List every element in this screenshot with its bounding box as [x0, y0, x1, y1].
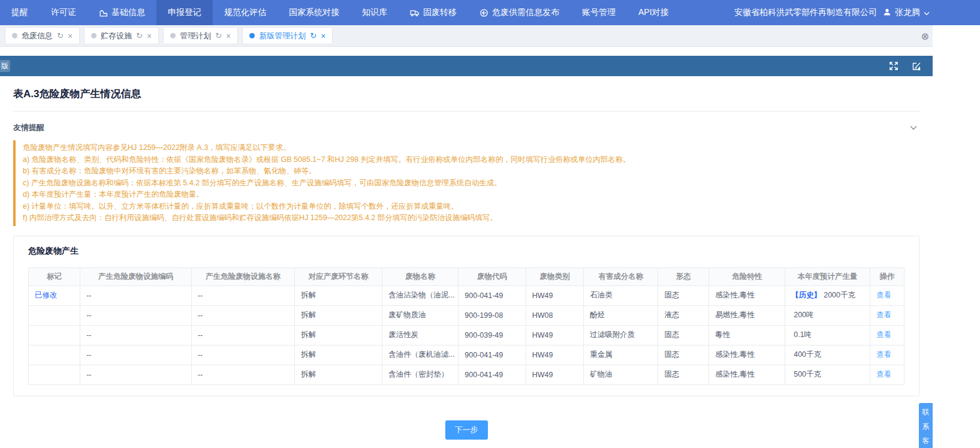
- cell-form: 固态: [658, 325, 709, 345]
- tab-storage-facility[interactable]: 贮存设施 ↻ ×: [84, 27, 159, 44]
- nav-item-label: 提醒: [11, 7, 28, 18]
- tab-new-management-plan[interactable]: 新版管理计划 ↻ ×: [242, 27, 333, 44]
- nav-item-api[interactable]: API对接: [627, 0, 680, 25]
- fullscreen-icon[interactable]: [888, 61, 899, 71]
- cell-qty: 2000千克: [824, 291, 855, 299]
- notice-line: f) 内部治理方式及去向：自行利用设施编码、自行处置设施编码和贮存设施编码依据H…: [23, 212, 919, 224]
- cell-form: 固态: [658, 345, 709, 365]
- nav-item-national-system[interactable]: 国家系统对接: [278, 0, 351, 25]
- nav-items: 提醒 许可证 基础信息 申报登记 规范化评估 国家系统对接 知识库 固废转移 危…: [0, 0, 734, 25]
- cell-hazard: 感染性,毒性: [709, 365, 785, 384]
- col-header: 废物类别: [526, 267, 583, 285]
- nav-item-label: 固废转移: [423, 7, 457, 18]
- reminder-header[interactable]: 友情提醒: [13, 112, 919, 140]
- cell-waste-category: HW49: [526, 285, 583, 305]
- table-row: -- -- 拆解 废矿物质油 900-199-08 HW08 酚烃 液态 易燃性…: [29, 305, 904, 325]
- tab-status-dot: [12, 33, 17, 38]
- view-link[interactable]: 查看: [876, 291, 891, 299]
- close-icon[interactable]: ×: [321, 32, 325, 40]
- table-row: -- -- 拆解 含油件（废机油滤... 900-041-49 HW49 重金属…: [29, 345, 904, 365]
- close-icon[interactable]: ×: [226, 32, 231, 40]
- close-icon[interactable]: ×: [68, 32, 73, 40]
- nav-item-label: 账号管理: [582, 7, 616, 18]
- notice-line: e) 计量单位：填写吨。以升、立方米等体积计量的，应折算成重量吨；以个数作为计量…: [23, 201, 919, 213]
- nav-item-license[interactable]: 许可证: [40, 0, 88, 25]
- cell-facility-name: --: [191, 325, 294, 345]
- tab-management-plan[interactable]: 管理计划 ↻ ×: [163, 27, 238, 44]
- cell-waste-code: 900-199-08: [459, 305, 526, 325]
- close-all-tabs-icon[interactable]: ⊗: [921, 30, 929, 41]
- contact-service-button[interactable]: 联系客服: [919, 403, 933, 448]
- tab-label: 管理计划: [180, 31, 211, 41]
- table-header-row: 标记 产生危险废物设施编码 产生危险废物设施名称 对应产废环节名称 废物名称 废…: [29, 267, 904, 285]
- notice-line: d) 本年度预计产生量：本年度预计产生的危险废物量。: [23, 189, 919, 201]
- refresh-icon[interactable]: ↻: [136, 31, 143, 40]
- nav-item-label: 规范化评估: [224, 7, 266, 18]
- version-tag[interactable]: 版: [0, 60, 10, 72]
- cell-form: 固态: [658, 365, 709, 384]
- cell-harmful-component: 酚烃: [584, 305, 658, 325]
- notice-line: b) 有害成分名称：危险废物中对环境有害的主要污染物名称，如苯系物、氰化物、砷等…: [23, 166, 919, 178]
- cell-waste-category: HW49: [526, 325, 583, 345]
- edit-cancel-icon[interactable]: [911, 61, 922, 71]
- notice-line: 危险废物产生情况填写内容参见HJ 1259—2022附录 A.3，填写应满足以下…: [23, 142, 919, 154]
- refresh-icon[interactable]: ↻: [57, 31, 64, 40]
- tab-waste-info[interactable]: 危废信息 ↻ ×: [5, 27, 80, 44]
- nav-item-standard-eval[interactable]: 规范化评估: [213, 0, 278, 25]
- cell-qty: 500千克: [794, 370, 821, 378]
- nav-item-basic-info[interactable]: 基础信息: [88, 0, 156, 25]
- cell-stage: 拆解: [295, 325, 382, 345]
- user-name: 张龙腾: [895, 7, 920, 18]
- view-link[interactable]: 查看: [876, 330, 891, 339]
- tab-status-dot: [249, 33, 255, 38]
- truck-icon: [410, 8, 420, 17]
- cell-waste-name: 含油件（废机油滤...: [382, 345, 459, 365]
- cell-stage: 拆解: [295, 305, 382, 325]
- nav-item-declaration[interactable]: 申报登记: [156, 0, 213, 25]
- reminder-title: 友情提醒: [13, 122, 44, 133]
- cell-waste-code: 900-041-49: [459, 365, 526, 384]
- refresh-icon[interactable]: ↻: [215, 31, 222, 40]
- user-menu[interactable]: 张龙腾: [883, 7, 930, 18]
- refresh-icon[interactable]: ↻: [310, 31, 316, 40]
- chevron-down-icon[interactable]: [910, 125, 917, 130]
- cell-form: 液态: [658, 305, 709, 325]
- nav-item-label: 基础信息: [111, 7, 145, 18]
- view-link[interactable]: 查看: [876, 370, 891, 378]
- modified-mark-link[interactable]: 已修改: [35, 291, 58, 299]
- cell-qty: 400千克: [794, 350, 821, 359]
- cell-stage: 拆解: [295, 285, 382, 305]
- cell-waste-category: HW49: [526, 365, 583, 384]
- section-title: 危险废物产生: [28, 246, 904, 257]
- nav-item-reminder[interactable]: 提醒: [0, 0, 40, 25]
- cell-waste-code: 900-039-49: [459, 325, 526, 345]
- cell-harmful-component: 矿物油: [584, 365, 658, 384]
- nav-item-label: 危废供需信息发布: [492, 7, 559, 18]
- close-icon[interactable]: ×: [147, 32, 152, 40]
- cell-harmful-component: 过滤吸附介质: [584, 325, 658, 345]
- notice-line: a) 危险废物名称、类别、代码和危险特性：依据《国家危险废物名录》或根据 GB …: [23, 154, 919, 166]
- col-header: 废物代码: [459, 267, 526, 285]
- cell-harmful-component: 重金属: [584, 345, 658, 365]
- history-tag[interactable]: 【历史】: [791, 291, 821, 299]
- reminder-notice: 危险废物产生情况填写内容参见HJ 1259—2022附录 A.3，填写应满足以下…: [13, 140, 919, 226]
- cell-facility-code: --: [80, 325, 192, 345]
- col-header: 危险特性: [709, 267, 785, 285]
- waste-generation-section: 危险废物产生 标记 产生危险废物设施编码 产生危险废物设施名称 对应产废环节名称…: [13, 236, 919, 396]
- nav-item-label: 知识库: [362, 7, 387, 18]
- col-header: 对应产废环节名称: [295, 267, 382, 285]
- nav-item-waste-transfer[interactable]: 固废转移: [399, 0, 468, 25]
- cell-facility-name: --: [191, 365, 294, 384]
- next-step-button[interactable]: 下一步: [445, 420, 488, 440]
- spacer: [0, 47, 933, 56]
- cell-facility-code: --: [80, 305, 192, 325]
- col-header: 有害成分名称: [584, 267, 658, 285]
- nav-item-account[interactable]: 账号管理: [571, 0, 627, 25]
- view-link[interactable]: 查看: [876, 311, 891, 319]
- footer-actions: 下一步: [13, 405, 919, 448]
- nav-item-label: 申报登记: [168, 7, 201, 18]
- tab-label: 危废信息: [22, 31, 53, 41]
- nav-item-supply-demand-publish[interactable]: 危废供需信息发布: [468, 0, 571, 25]
- view-link[interactable]: 查看: [876, 350, 891, 359]
- nav-item-knowledge-base[interactable]: 知识库: [351, 0, 399, 25]
